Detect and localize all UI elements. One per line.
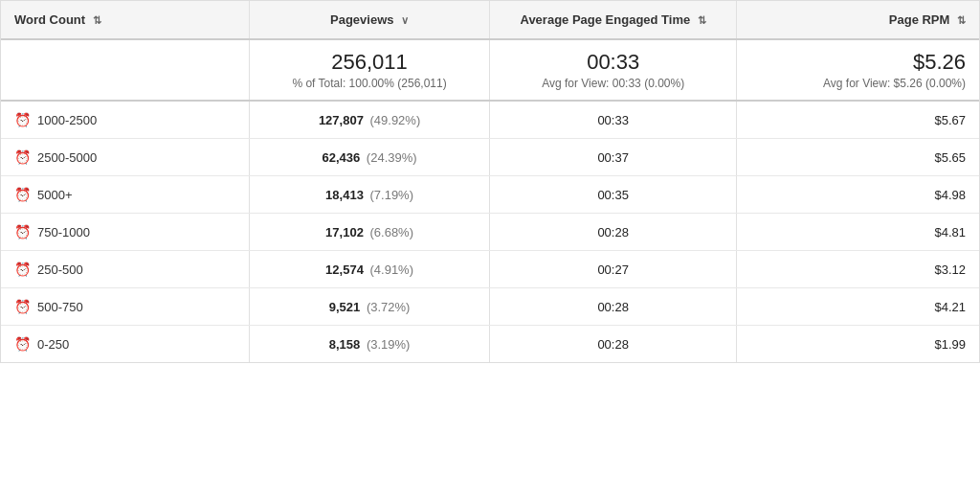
analytics-table: Word Count ⇅ Pageviews ∨ Average Page En… (0, 0, 980, 363)
page-rpm-value: $4.98 (934, 188, 966, 202)
sort-icon-word-count[interactable]: ⇅ (93, 14, 101, 27)
pageviews-cell: 9,521 (3.72%) (249, 288, 489, 326)
col-header-pageviews-label: Pageviews (330, 12, 394, 27)
pageviews-pct: (4.91%) (367, 262, 413, 277)
summary-rpm-main: $5.26 (750, 50, 966, 75)
summary-rpm-sub: Avg for View: $5.26 (0.00%) (750, 77, 966, 90)
col-header-engaged-time[interactable]: Average Page Engaged Time ⇅ (490, 1, 737, 39)
pageviews-main: 17,102 (325, 225, 364, 240)
word-count-value: 250-500 (37, 262, 83, 277)
engaged-time-value: 00:28 (597, 300, 629, 314)
engaged-time-cell: 00:28 (490, 326, 737, 363)
col-header-word-count[interactable]: Word Count ⇅ (1, 1, 249, 39)
pageviews-pct: (7.19%) (367, 188, 413, 202)
col-header-rpm-label: Page RPM (889, 12, 950, 27)
col-header-word-count-label: Word Count (14, 12, 85, 27)
pageviews-main: 8,158 (329, 337, 361, 352)
table-header-row: Word Count ⇅ Pageviews ∨ Average Page En… (1, 1, 979, 39)
sort-icon-engaged[interactable]: ⇅ (698, 14, 706, 27)
engaged-time-cell: 00:35 (490, 176, 737, 214)
table-row: ⏰750-100017,102 (6.68%)00:28$4.81 (1, 214, 979, 251)
engaged-time-value: 00:28 (597, 337, 629, 352)
engaged-time-value: 00:28 (597, 225, 629, 240)
col-header-engaged-label: Average Page Engaged Time (520, 12, 690, 27)
page-rpm-cell: $5.67 (737, 101, 979, 139)
summary-engaged-sub: Avg for View: 00:33 (0.00%) (503, 77, 723, 90)
pageviews-pct: (3.72%) (363, 300, 410, 314)
pageviews-cell: 17,102 (6.68%) (249, 214, 489, 251)
engaged-time-value: 00:35 (597, 188, 629, 202)
col-header-pageviews[interactable]: Pageviews ∨ (249, 1, 489, 39)
table-row: ⏰0-2508,158 (3.19%)00:28$1.99 (1, 326, 979, 363)
table-row: ⏰500-7509,521 (3.72%)00:28$4.21 (1, 288, 979, 326)
summary-engaged-main: 00:33 (503, 50, 723, 75)
word-count-value: 1000-2500 (37, 113, 97, 127)
pageviews-cell: 18,413 (7.19%) (249, 176, 489, 214)
table-row: ⏰5000+18,413 (7.19%)00:35$4.98 (1, 176, 979, 214)
pageviews-cell: 62,436 (24.39%) (249, 139, 489, 176)
word-count-value: 500-750 (37, 300, 83, 314)
engaged-time-cell: 00:37 (490, 139, 737, 176)
table-row: ⏰250-50012,574 (4.91%)00:27$3.12 (1, 251, 979, 288)
page-rpm-cell: $4.81 (737, 214, 979, 251)
summary-row: 256,011 % of Total: 100.00% (256,011) 00… (1, 39, 979, 101)
page-rpm-cell: $1.99 (737, 326, 979, 363)
page-rpm-value: $5.65 (934, 150, 966, 165)
word-count-cell: ⏰750-1000 (1, 214, 249, 251)
col-header-page-rpm[interactable]: Page RPM ⇅ (737, 1, 979, 39)
pageviews-main: 12,574 (325, 262, 364, 277)
word-count-cell: ⏰1000-2500 (1, 101, 249, 139)
pageviews-main: 9,521 (329, 300, 361, 314)
table-row: ⏰1000-2500127,807 (49.92%)00:33$5.67 (1, 101, 979, 139)
pageviews-pct: (6.68%) (367, 225, 413, 240)
table-row: ⏰2500-500062,436 (24.39%)00:37$5.65 (1, 139, 979, 176)
summary-pageviews-sub: % of Total: 100.00% (256,011) (263, 77, 476, 90)
engaged-time-cell: 00:27 (490, 251, 737, 288)
page-rpm-value: $4.21 (934, 300, 966, 314)
word-count-cell: ⏰500-750 (1, 288, 249, 326)
word-count-value: 2500-5000 (37, 150, 97, 165)
engaged-time-value: 00:37 (597, 150, 629, 165)
summary-engaged-cell: 00:33 Avg for View: 00:33 (0.00%) (490, 39, 737, 101)
clock-icon: ⏰ (14, 299, 31, 314)
sort-icon-rpm[interactable]: ⇅ (957, 14, 966, 27)
word-count-value: 750-1000 (37, 225, 90, 240)
engaged-time-cell: 00:33 (490, 101, 737, 139)
clock-icon: ⏰ (14, 149, 31, 165)
word-count-cell: ⏰0-250 (1, 326, 249, 363)
engaged-time-value: 00:33 (597, 113, 629, 127)
pageviews-cell: 12,574 (4.91%) (249, 251, 489, 288)
summary-word-count-cell (1, 39, 249, 101)
page-rpm-cell: $4.98 (737, 176, 979, 214)
pageviews-main: 62,436 (322, 150, 360, 165)
summary-pageviews-cell: 256,011 % of Total: 100.00% (256,011) (249, 39, 489, 101)
sort-icon-pageviews[interactable]: ∨ (401, 14, 409, 27)
clock-icon: ⏰ (14, 262, 31, 277)
page-rpm-value: $3.12 (934, 262, 966, 277)
word-count-cell: ⏰250-500 (1, 251, 249, 288)
summary-rpm-cell: $5.26 Avg for View: $5.26 (0.00%) (737, 39, 979, 101)
clock-icon: ⏰ (14, 336, 31, 352)
engaged-time-value: 00:27 (597, 262, 629, 277)
engaged-time-cell: 00:28 (490, 214, 737, 251)
page-rpm-value: $4.81 (934, 225, 966, 240)
engaged-time-cell: 00:28 (490, 288, 737, 326)
clock-icon: ⏰ (14, 224, 31, 240)
page-rpm-value: $1.99 (934, 337, 966, 352)
pageviews-main: 127,807 (319, 113, 364, 127)
summary-pageviews-main: 256,011 (263, 50, 476, 75)
clock-icon: ⏰ (14, 187, 31, 202)
clock-icon: ⏰ (14, 112, 31, 127)
page-rpm-cell: $4.21 (737, 288, 979, 326)
page-rpm-cell: $5.65 (737, 139, 979, 176)
page-rpm-value: $5.67 (934, 113, 966, 127)
pageviews-cell: 127,807 (49.92%) (249, 101, 489, 139)
word-count-value: 5000+ (37, 188, 73, 202)
pageviews-pct: (24.39%) (363, 150, 416, 165)
word-count-cell: ⏰5000+ (1, 176, 249, 214)
pageviews-pct: (3.19%) (363, 337, 410, 352)
word-count-value: 0-250 (37, 337, 69, 352)
pageviews-main: 18,413 (325, 188, 364, 202)
pageviews-cell: 8,158 (3.19%) (249, 326, 489, 363)
word-count-cell: ⏰2500-5000 (1, 139, 249, 176)
